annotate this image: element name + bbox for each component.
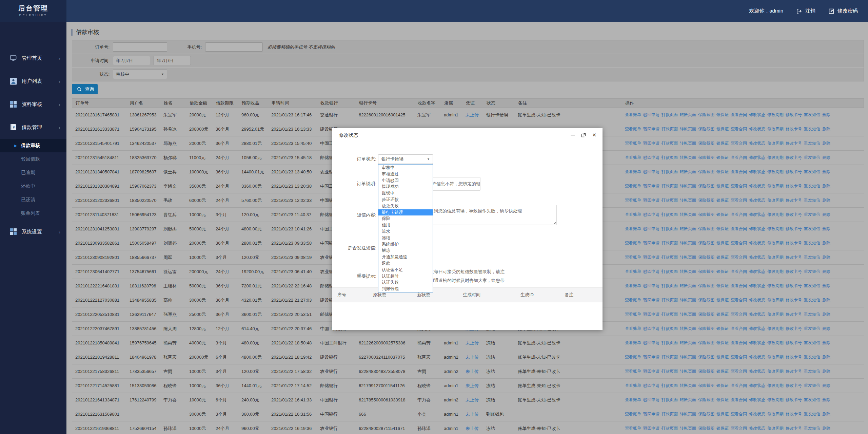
- row-action-link[interactable]: 查看账单: [625, 127, 641, 131]
- row-action-link[interactable]: 修改周期: [767, 184, 784, 188]
- row-action-link[interactable]: 修改卡号: [786, 397, 802, 402]
- row-action-link[interactable]: 修改状态: [749, 326, 765, 331]
- search-button[interactable]: 查询: [72, 84, 98, 94]
- row-action-link[interactable]: 修改状态: [749, 112, 765, 117]
- row-action-link[interactable]: 银保证: [716, 241, 729, 245]
- row-action-link[interactable]: 删除: [822, 412, 830, 416]
- row-action-link[interactable]: 修改卡号: [786, 184, 802, 188]
- phone-input[interactable]: [205, 42, 263, 52]
- row-action-link[interactable]: 查看账单: [625, 298, 641, 302]
- logout-button[interactable]: 注销: [795, 7, 815, 15]
- row-action-link[interactable]: 查看合同: [731, 212, 747, 217]
- row-action-link[interactable]: 转帐页面: [680, 283, 696, 288]
- row-action-link[interactable]: 驳回申请: [643, 355, 659, 359]
- row-action-link[interactable]: 删除: [822, 355, 830, 359]
- sidebar-subitem[interactable]: 已还清: [0, 193, 66, 207]
- row-action-link[interactable]: 查看账单: [625, 255, 641, 260]
- row-action-link[interactable]: 重发短信: [804, 127, 820, 131]
- row-action-link[interactable]: 删除: [822, 397, 830, 402]
- dropdown-option[interactable]: 审核中: [378, 165, 433, 171]
- row-action-link[interactable]: 银保证: [716, 412, 729, 416]
- row-action-link[interactable]: 查看合同: [731, 283, 747, 288]
- dropdown-option[interactable]: 保险: [378, 215, 433, 222]
- row-action-link[interactable]: 查看合同: [731, 426, 747, 431]
- row-action-link[interactable]: 驳回申请: [643, 226, 659, 231]
- row-action-link[interactable]: 删除: [822, 212, 830, 217]
- row-action-link[interactable]: 查看账单: [625, 397, 641, 402]
- row-action-link[interactable]: 查看合同: [731, 226, 747, 231]
- row-action-link[interactable]: 查看账单: [625, 355, 641, 359]
- row-action-link[interactable]: 重发短信: [804, 212, 820, 217]
- row-action-link[interactable]: 查看账单: [625, 112, 641, 117]
- row-action-link[interactable]: 驳回申请: [643, 412, 659, 416]
- close-icon[interactable]: ✕: [592, 132, 596, 138]
- row-action-link[interactable]: 重发短信: [804, 340, 820, 345]
- row-action-link[interactable]: 驳回申请: [643, 198, 659, 203]
- row-action-link[interactable]: 转帐页面: [680, 312, 696, 317]
- row-action-link[interactable]: 修改周期: [767, 298, 784, 302]
- row-action-link[interactable]: 保险截图: [698, 369, 714, 374]
- row-action-link[interactable]: 修改卡号: [786, 383, 802, 388]
- row-action-link[interactable]: 重发短信: [804, 312, 820, 317]
- row-action-link[interactable]: 修改周期: [767, 269, 784, 274]
- row-action-link[interactable]: 查看合同: [731, 369, 747, 374]
- row-action-link[interactable]: 银保证: [716, 397, 729, 402]
- row-action-link[interactable]: 查看合同: [731, 312, 747, 317]
- row-action-link[interactable]: 修改卡号: [786, 340, 802, 345]
- status-select[interactable]: 审核中 ▼: [113, 70, 167, 79]
- row-action-link[interactable]: 修改状态: [749, 369, 765, 374]
- row-action-link[interactable]: 删除: [822, 127, 830, 131]
- row-action-link[interactable]: 转帐页面: [680, 241, 696, 245]
- row-action-link[interactable]: 重发短信: [804, 184, 820, 188]
- row-action-link[interactable]: 保险截图: [698, 340, 714, 345]
- row-action-link[interactable]: 保险截图: [698, 283, 714, 288]
- row-action-link[interactable]: 查看账单: [625, 269, 641, 274]
- cell-voucher[interactable]: 未上传: [462, 383, 483, 389]
- row-action-link[interactable]: 保险截图: [698, 241, 714, 245]
- row-action-link[interactable]: 查看账单: [625, 169, 641, 174]
- row-action-link[interactable]: 银保证: [716, 298, 729, 302]
- row-action-link[interactable]: 修改状态: [749, 255, 765, 260]
- row-action-link[interactable]: 删除: [822, 226, 830, 231]
- row-action-link[interactable]: 打款页面: [662, 369, 678, 374]
- row-action-link[interactable]: 修改周期: [767, 241, 784, 245]
- dropdown-option[interactable]: 认证超时: [378, 273, 433, 280]
- row-action-link[interactable]: 查看合同: [731, 383, 747, 388]
- row-action-link[interactable]: 查看合同: [731, 141, 747, 146]
- row-action-link[interactable]: 修改状态: [749, 298, 765, 302]
- row-action-link[interactable]: 打款页面: [662, 326, 678, 331]
- row-action-link[interactable]: 打款页面: [662, 283, 678, 288]
- row-action-link[interactable]: 修改卡号: [786, 127, 802, 131]
- order-status-select[interactable]: 银行卡错误 ▼: [378, 154, 433, 164]
- row-action-link[interactable]: 银保证: [716, 312, 729, 317]
- row-action-link[interactable]: 修改周期: [767, 412, 784, 416]
- row-action-link[interactable]: 保险截图: [698, 226, 714, 231]
- row-action-link[interactable]: 重发短信: [804, 412, 820, 416]
- row-action-link[interactable]: 重发短信: [804, 198, 820, 203]
- row-action-link[interactable]: 重发短信: [804, 169, 820, 174]
- row-action-link[interactable]: 删除: [822, 169, 830, 174]
- row-action-link[interactable]: 驳回申请: [643, 383, 659, 388]
- row-action-link[interactable]: 驳回申请: [643, 298, 659, 302]
- row-action-link[interactable]: 转帐页面: [680, 340, 696, 345]
- row-action-link[interactable]: 转帐页面: [680, 255, 696, 260]
- row-action-link[interactable]: 保险截图: [698, 312, 714, 317]
- row-action-link[interactable]: 查看合同: [731, 355, 747, 359]
- row-action-link[interactable]: 删除: [822, 298, 830, 302]
- row-action-link[interactable]: 转帐页面: [680, 155, 696, 160]
- row-action-link[interactable]: 转帐页面: [680, 326, 696, 331]
- row-action-link[interactable]: 驳回申请: [643, 255, 659, 260]
- row-action-link[interactable]: 修改周期: [767, 169, 784, 174]
- row-action-link[interactable]: 银保证: [716, 141, 729, 146]
- row-action-link[interactable]: 修改状态: [749, 412, 765, 416]
- row-action-link[interactable]: 重发短信: [804, 283, 820, 288]
- row-action-link[interactable]: 删除: [822, 383, 830, 388]
- row-action-link[interactable]: 转帐页面: [680, 397, 696, 402]
- row-action-link[interactable]: 银保证: [716, 184, 729, 188]
- row-action-link[interactable]: 修改周期: [767, 369, 784, 374]
- cell-voucher[interactable]: 未上传: [462, 369, 483, 375]
- row-action-link[interactable]: 打款页面: [662, 355, 678, 359]
- row-action-link[interactable]: 转帐页面: [680, 298, 696, 302]
- row-action-link[interactable]: 转帐页面: [680, 269, 696, 274]
- row-action-link[interactable]: 修改周期: [767, 127, 784, 131]
